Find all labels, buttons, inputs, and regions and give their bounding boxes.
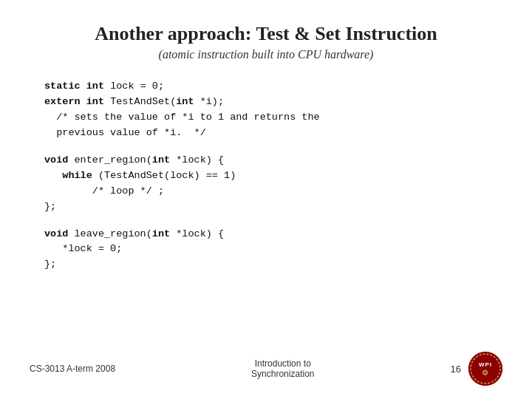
svg-text:WPI: WPI — [479, 361, 492, 368]
footer-course: CS-3013 A-term 2008 — [30, 364, 115, 374]
slide: Another approach: Test & Set Instruction… — [0, 0, 532, 399]
slide-subtitle: (atomic instruction built into CPU hardw… — [44, 48, 488, 61]
footer-page-number: 16 — [451, 364, 461, 375]
code-block-2: void enter_region(int *lock) { while (Te… — [44, 153, 488, 215]
wpi-logo: WPI ⚙ — [468, 352, 502, 386]
code-block-1: static int lock = 0; extern int TestAndS… — [44, 79, 488, 141]
slide-title: Another approach: Test & Set Instruction — [44, 22, 488, 45]
slide-footer: CS-3013 A-term 2008 Introduction toSynch… — [0, 352, 532, 386]
code-block-3: void leave_region(int *lock) { *lock = 0… — [44, 227, 488, 273]
main-content: static int lock = 0; extern int TestAndS… — [44, 79, 488, 384]
footer-topic: Introduction toSynchronization — [251, 358, 314, 379]
svg-text:⚙: ⚙ — [482, 369, 489, 377]
footer-right: 16 WPI ⚙ — [451, 352, 502, 386]
